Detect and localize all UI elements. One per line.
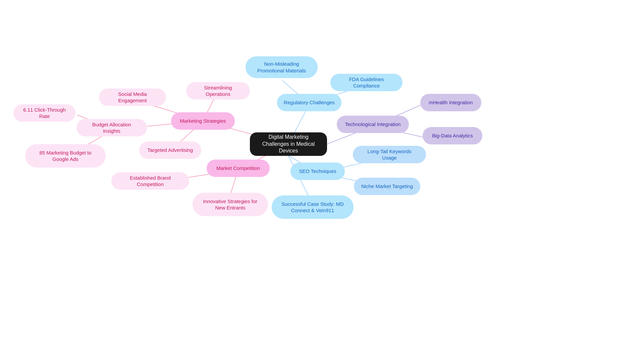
technological-integration-node: Technological Integration (337, 116, 409, 133)
click-through-rate-node: 6.11 Click-Through Rate (13, 104, 75, 122)
google-ads-node: 85 Marketing Budget to Google Ads (25, 144, 106, 168)
successful-case-node: Successful Case Study: MD Connect & Vein… (272, 195, 354, 219)
targeted-advertising-node: Targeted Advertising (139, 141, 201, 159)
social-media-engagement-node: Social Media Engagement (99, 88, 166, 106)
big-data-node: Big-Data Analytics (423, 127, 482, 144)
market-competition-node: Market Competition (207, 160, 270, 177)
niche-market-node: Niche Market Targeting (354, 178, 420, 195)
fda-guidelines-node: FDA Guidelines Compliance (330, 74, 402, 91)
streamlining-operations-node: Streamlining Operations (186, 82, 250, 100)
mhealth-node: mHealth Integration (420, 94, 481, 111)
budget-allocation-node: Budget Allocation Insights (76, 119, 147, 136)
seo-techniques-node: SEO Techniques (290, 163, 345, 180)
non-misleading-node: Non-Misleading Promotional Materials (246, 56, 318, 78)
long-tail-keywords-node: Long-Tail Keywords Usage (353, 146, 426, 163)
established-brand-node: Established Brand Competition (111, 172, 189, 190)
center-node: Digital Marketing Challenges in Medical … (250, 132, 327, 156)
innovative-strategies-node: Innovative Strategies for New Entrants (193, 193, 268, 216)
regulatory-challenges-node: Regulatory Challenges (277, 94, 341, 111)
marketing-strategies-node: Marketing Strategies (171, 112, 235, 130)
